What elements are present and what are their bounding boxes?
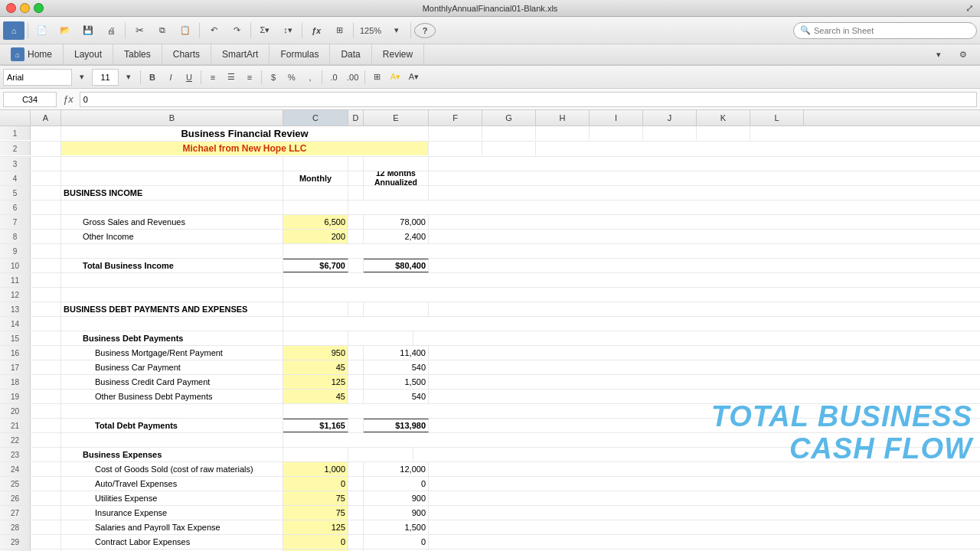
col-header-b[interactable]: B bbox=[61, 110, 283, 126]
cell-c18[interactable]: 125 bbox=[283, 375, 348, 389]
cell-d5[interactable] bbox=[348, 186, 364, 200]
cell-b4[interactable] bbox=[61, 171, 283, 185]
cell-c21[interactable]: $1,165 bbox=[283, 419, 348, 432]
cell-c4[interactable]: Monthly bbox=[283, 171, 348, 185]
font-name-input[interactable] bbox=[3, 69, 72, 86]
cell-e4[interactable]: 12 Months Annualized bbox=[364, 171, 429, 185]
cell-b22[interactable] bbox=[61, 433, 283, 447]
cell-g2[interactable] bbox=[482, 142, 536, 155]
cell-c19[interactable]: 45 bbox=[283, 390, 348, 403]
help-btn[interactable]: ? bbox=[414, 23, 436, 38]
autosum-btn[interactable]: Σ▾ bbox=[254, 20, 276, 41]
cell-b14[interactable] bbox=[61, 317, 283, 331]
cell-c28[interactable]: 125 bbox=[283, 520, 348, 534]
font-color-btn[interactable]: A▾ bbox=[405, 69, 422, 86]
ribbon-collapse-btn[interactable]: ▾ bbox=[928, 44, 949, 65]
cell-e24[interactable]: 12,000 bbox=[364, 462, 429, 476]
fill-color-btn[interactable]: A▾ bbox=[387, 69, 403, 86]
cell-c17[interactable]: 45 bbox=[283, 360, 348, 374]
bold-btn[interactable]: B bbox=[144, 69, 161, 86]
home-icon-btn[interactable]: ⌂ bbox=[3, 21, 24, 40]
cell-a5[interactable] bbox=[31, 186, 61, 200]
formula-builder-btn[interactable]: ⊞ bbox=[328, 20, 350, 41]
tab-tables[interactable]: Tables bbox=[113, 44, 162, 64]
cell-a24[interactable] bbox=[31, 462, 61, 476]
cell-c15[interactable] bbox=[283, 331, 348, 345]
cell-f1[interactable] bbox=[429, 126, 482, 140]
cell-d26[interactable] bbox=[348, 491, 364, 505]
cell-a6[interactable] bbox=[31, 201, 61, 214]
cell-d24[interactable] bbox=[348, 462, 364, 476]
borders-btn[interactable]: ⊞ bbox=[368, 69, 385, 86]
cell-b27[interactable]: Insurance Expense bbox=[61, 506, 283, 520]
cell-c24[interactable]: 1,000 bbox=[283, 462, 348, 476]
cell-c23[interactable] bbox=[283, 448, 348, 461]
cell-d16[interactable] bbox=[348, 346, 364, 360]
cell-d18[interactable] bbox=[348, 375, 364, 389]
cell-a3[interactable] bbox=[31, 157, 61, 171]
cell-b7[interactable]: Gross Sales and Revenues bbox=[61, 215, 283, 229]
cell-d13[interactable] bbox=[348, 302, 364, 316]
align-right-btn[interactable]: ≡ bbox=[241, 69, 258, 86]
cell-b29[interactable]: Contract Labor Expenses bbox=[61, 535, 283, 549]
cell-a23[interactable] bbox=[31, 448, 61, 461]
cell-a26[interactable] bbox=[31, 491, 61, 505]
font-name-dropdown[interactable]: ▾ bbox=[74, 69, 90, 86]
cell-b20[interactable] bbox=[61, 404, 283, 418]
window-right-controls[interactable]: ⤢ bbox=[965, 2, 974, 14]
cell-b3[interactable] bbox=[61, 157, 283, 171]
tab-layout[interactable]: Layout bbox=[64, 44, 113, 64]
col-header-a[interactable]: A bbox=[31, 110, 61, 126]
cell-g1[interactable] bbox=[482, 126, 536, 140]
currency-btn[interactable]: $ bbox=[265, 69, 282, 86]
sort-btn[interactable]: ↕▾ bbox=[277, 20, 299, 41]
cell-b10[interactable]: Total Business Income bbox=[61, 259, 283, 272]
cell-c13[interactable] bbox=[283, 302, 348, 316]
cell-d8[interactable] bbox=[348, 230, 364, 243]
cell-e5[interactable] bbox=[364, 186, 429, 200]
fx-btn[interactable]: ƒx bbox=[305, 20, 327, 41]
cell-a13[interactable] bbox=[31, 302, 61, 316]
new-btn[interactable]: 📄 bbox=[31, 20, 53, 41]
cell-a18[interactable] bbox=[31, 375, 61, 389]
cell-e7[interactable]: 78,000 bbox=[364, 215, 429, 229]
cell-c25[interactable]: 0 bbox=[283, 477, 348, 491]
cell-e13[interactable] bbox=[364, 302, 429, 316]
decrease-decimal-btn[interactable]: .00 bbox=[344, 69, 361, 86]
cell-a9[interactable] bbox=[31, 244, 61, 258]
cell-a28[interactable] bbox=[31, 520, 61, 534]
cell-b28[interactable]: Salaries and Payroll Tax Expense bbox=[61, 520, 283, 534]
cell-c5[interactable] bbox=[283, 186, 348, 200]
cell-a10[interactable] bbox=[31, 259, 61, 272]
cell-c29[interactable]: 0 bbox=[283, 535, 348, 549]
cell-h1[interactable] bbox=[536, 126, 590, 140]
redo-arrow-btn[interactable]: ↷ bbox=[226, 20, 247, 41]
cell-e10[interactable]: $80,400 bbox=[364, 259, 429, 272]
col-header-c[interactable]: C bbox=[283, 110, 348, 126]
cell-b21[interactable]: Total Debt Payments bbox=[61, 419, 283, 432]
cell-b18[interactable]: Business Credit Card Payment bbox=[61, 375, 283, 389]
cell-a8[interactable] bbox=[31, 230, 61, 243]
cell-b24[interactable]: Cost of Goods Sold (cost of raw material… bbox=[61, 462, 283, 476]
cut-btn[interactable]: ✂ bbox=[129, 20, 150, 41]
cell-e27[interactable]: 900 bbox=[364, 506, 429, 520]
col-header-d[interactable]: D bbox=[348, 110, 364, 126]
cell-a16[interactable] bbox=[31, 346, 61, 360]
cell-e28[interactable]: 1,500 bbox=[364, 520, 429, 534]
cell-a14[interactable] bbox=[31, 317, 61, 331]
fx-icon[interactable]: ƒx bbox=[60, 93, 77, 105]
tab-formulas[interactable]: Formulas bbox=[270, 44, 330, 64]
cell-c16[interactable]: 950 bbox=[283, 346, 348, 360]
cell-b9[interactable] bbox=[61, 244, 283, 258]
cell-e17[interactable]: 540 bbox=[364, 360, 429, 374]
cell-b26[interactable]: Utilities Expense bbox=[61, 491, 283, 505]
cell-e8[interactable]: 2,400 bbox=[364, 230, 429, 243]
cell-c26[interactable]: 75 bbox=[283, 491, 348, 505]
cell-e29[interactable]: 0 bbox=[364, 535, 429, 549]
cell-a20[interactable] bbox=[31, 404, 61, 418]
underline-btn[interactable]: U bbox=[181, 69, 198, 86]
cell-e15[interactable] bbox=[348, 331, 413, 345]
cell-j1[interactable] bbox=[643, 126, 697, 140]
percent-btn[interactable]: % bbox=[283, 69, 300, 86]
cell-d17[interactable] bbox=[348, 360, 364, 374]
